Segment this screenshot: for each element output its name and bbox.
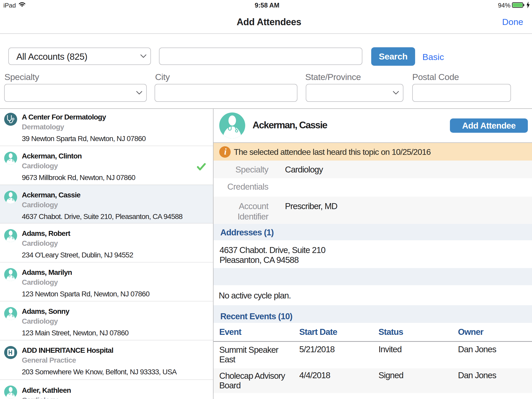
svg-text:i: i xyxy=(224,147,227,156)
